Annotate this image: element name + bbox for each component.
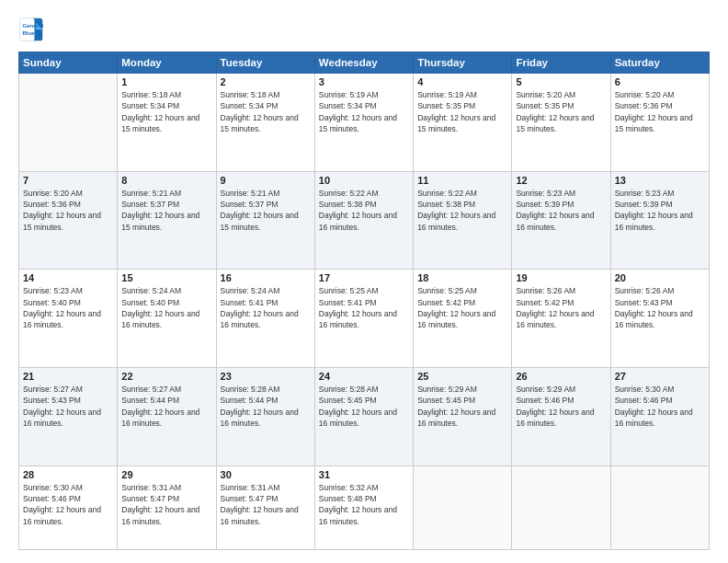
- week-row-1: 1Sunrise: 5:18 AMSunset: 5:34 PMDaylight…: [19, 74, 710, 172]
- day-info: Sunrise: 5:23 AMSunset: 5:39 PMDaylight:…: [615, 188, 705, 233]
- day-cell: 20Sunrise: 5:26 AMSunset: 5:43 PMDayligh…: [610, 270, 709, 368]
- day-number: 30: [221, 469, 311, 480]
- day-info: Sunrise: 5:26 AMSunset: 5:43 PMDaylight:…: [615, 285, 705, 330]
- day-cell: 5Sunrise: 5:20 AMSunset: 5:35 PMDaylight…: [512, 74, 610, 172]
- day-number: 4: [417, 76, 507, 87]
- day-info: Sunrise: 5:30 AMSunset: 5:46 PMDaylight:…: [615, 384, 705, 429]
- day-number: 13: [615, 175, 705, 186]
- day-cell: [19, 74, 118, 172]
- day-number: 16: [221, 272, 311, 283]
- day-number: 29: [121, 469, 211, 480]
- day-number: 23: [221, 371, 311, 382]
- day-info: Sunrise: 5:24 AMSunset: 5:40 PMDaylight:…: [121, 285, 211, 330]
- day-info: Sunrise: 5:18 AMSunset: 5:34 PMDaylight:…: [121, 89, 211, 134]
- day-cell: 15Sunrise: 5:24 AMSunset: 5:40 PMDayligh…: [118, 270, 216, 368]
- day-number: 20: [615, 272, 705, 283]
- day-info: Sunrise: 5:19 AMSunset: 5:35 PMDaylight:…: [417, 89, 507, 134]
- header: General Blue: [18, 17, 710, 42]
- weekday-header-wednesday: Wednesday: [314, 52, 413, 74]
- svg-text:Blue: Blue: [22, 29, 35, 36]
- day-cell: 28Sunrise: 5:30 AMSunset: 5:46 PMDayligh…: [19, 465, 118, 549]
- day-info: Sunrise: 5:19 AMSunset: 5:34 PMDaylight:…: [319, 89, 409, 134]
- day-info: Sunrise: 5:20 AMSunset: 5:36 PMDaylight:…: [615, 89, 705, 134]
- day-info: Sunrise: 5:23 AMSunset: 5:39 PMDaylight:…: [516, 188, 606, 233]
- day-cell: 13Sunrise: 5:23 AMSunset: 5:39 PMDayligh…: [610, 171, 709, 270]
- svg-text:General: General: [22, 22, 43, 29]
- day-number: 18: [417, 272, 507, 283]
- weekday-header-row: SundayMondayTuesdayWednesdayThursdayFrid…: [19, 52, 710, 74]
- day-info: Sunrise: 5:22 AMSunset: 5:38 PMDaylight:…: [319, 188, 409, 233]
- day-cell: 22Sunrise: 5:27 AMSunset: 5:44 PMDayligh…: [118, 367, 216, 465]
- weekday-header-saturday: Saturday: [610, 52, 709, 74]
- day-number: 22: [121, 371, 211, 382]
- weekday-header-sunday: Sunday: [19, 52, 118, 74]
- day-info: Sunrise: 5:29 AMSunset: 5:46 PMDaylight:…: [516, 384, 606, 429]
- day-number: 25: [417, 371, 507, 382]
- day-info: Sunrise: 5:20 AMSunset: 5:36 PMDaylight:…: [23, 188, 113, 233]
- day-info: Sunrise: 5:21 AMSunset: 5:37 PMDaylight:…: [121, 188, 211, 233]
- day-number: 1: [121, 76, 211, 87]
- day-info: Sunrise: 5:18 AMSunset: 5:34 PMDaylight:…: [221, 89, 311, 134]
- day-cell: 24Sunrise: 5:28 AMSunset: 5:45 PMDayligh…: [314, 367, 413, 465]
- day-cell: [414, 465, 512, 549]
- weekday-header-monday: Monday: [118, 52, 216, 74]
- day-info: Sunrise: 5:28 AMSunset: 5:44 PMDaylight:…: [221, 384, 311, 429]
- day-number: 14: [23, 272, 113, 283]
- calendar-table: SundayMondayTuesdayWednesdayThursdayFrid…: [18, 52, 710, 550]
- day-number: 9: [221, 175, 311, 186]
- day-info: Sunrise: 5:30 AMSunset: 5:46 PMDaylight:…: [23, 482, 113, 527]
- day-cell: 29Sunrise: 5:31 AMSunset: 5:47 PMDayligh…: [118, 465, 216, 549]
- day-info: Sunrise: 5:25 AMSunset: 5:42 PMDaylight:…: [417, 285, 507, 330]
- day-cell: 27Sunrise: 5:30 AMSunset: 5:46 PMDayligh…: [610, 367, 709, 465]
- week-row-3: 14Sunrise: 5:23 AMSunset: 5:40 PMDayligh…: [19, 270, 710, 368]
- day-info: Sunrise: 5:24 AMSunset: 5:41 PMDaylight:…: [221, 285, 311, 330]
- day-info: Sunrise: 5:32 AMSunset: 5:48 PMDaylight:…: [319, 482, 409, 527]
- day-number: 27: [615, 371, 705, 382]
- day-cell: 8Sunrise: 5:21 AMSunset: 5:37 PMDaylight…: [118, 171, 216, 270]
- day-number: 6: [615, 76, 705, 87]
- day-number: 12: [516, 175, 606, 186]
- day-info: Sunrise: 5:27 AMSunset: 5:43 PMDaylight:…: [23, 384, 113, 429]
- week-row-2: 7Sunrise: 5:20 AMSunset: 5:36 PMDaylight…: [19, 171, 710, 270]
- weekday-header-tuesday: Tuesday: [216, 52, 314, 74]
- weekday-header-thursday: Thursday: [414, 52, 512, 74]
- day-cell: 26Sunrise: 5:29 AMSunset: 5:46 PMDayligh…: [512, 367, 610, 465]
- day-number: 21: [23, 371, 113, 382]
- day-info: Sunrise: 5:27 AMSunset: 5:44 PMDaylight:…: [121, 384, 211, 429]
- day-number: 8: [121, 175, 211, 186]
- page: General Blue SundayMondayTuesdayWednesda…: [0, 0, 728, 563]
- day-cell: 3Sunrise: 5:19 AMSunset: 5:34 PMDaylight…: [314, 74, 413, 172]
- week-row-5: 28Sunrise: 5:30 AMSunset: 5:46 PMDayligh…: [19, 465, 710, 549]
- day-info: Sunrise: 5:25 AMSunset: 5:41 PMDaylight:…: [319, 285, 409, 330]
- day-cell: 16Sunrise: 5:24 AMSunset: 5:41 PMDayligh…: [216, 270, 314, 368]
- day-cell: 4Sunrise: 5:19 AMSunset: 5:35 PMDaylight…: [414, 74, 512, 172]
- day-info: Sunrise: 5:20 AMSunset: 5:35 PMDaylight:…: [516, 89, 606, 134]
- logo: General Blue: [18, 17, 44, 42]
- day-cell: 6Sunrise: 5:20 AMSunset: 5:36 PMDaylight…: [610, 74, 709, 172]
- day-number: 19: [516, 272, 606, 283]
- day-info: Sunrise: 5:21 AMSunset: 5:37 PMDaylight:…: [221, 188, 311, 233]
- day-cell: 19Sunrise: 5:26 AMSunset: 5:42 PMDayligh…: [512, 270, 610, 368]
- weekday-header-friday: Friday: [512, 52, 610, 74]
- day-cell: 25Sunrise: 5:29 AMSunset: 5:45 PMDayligh…: [414, 367, 512, 465]
- day-cell: 1Sunrise: 5:18 AMSunset: 5:34 PMDaylight…: [118, 74, 216, 172]
- day-number: 17: [319, 272, 409, 283]
- day-info: Sunrise: 5:29 AMSunset: 5:45 PMDaylight:…: [417, 384, 507, 429]
- logo-icon: General Blue: [18, 17, 44, 42]
- day-number: 31: [319, 469, 409, 480]
- day-cell: 10Sunrise: 5:22 AMSunset: 5:38 PMDayligh…: [314, 171, 413, 270]
- day-number: 11: [417, 175, 507, 186]
- day-number: 3: [319, 76, 409, 87]
- day-cell: 23Sunrise: 5:28 AMSunset: 5:44 PMDayligh…: [216, 367, 314, 465]
- day-info: Sunrise: 5:28 AMSunset: 5:45 PMDaylight:…: [319, 384, 409, 429]
- day-cell: 7Sunrise: 5:20 AMSunset: 5:36 PMDaylight…: [19, 171, 118, 270]
- day-cell: 18Sunrise: 5:25 AMSunset: 5:42 PMDayligh…: [414, 270, 512, 368]
- day-info: Sunrise: 5:31 AMSunset: 5:47 PMDaylight:…: [221, 482, 311, 527]
- day-cell: 30Sunrise: 5:31 AMSunset: 5:47 PMDayligh…: [216, 465, 314, 549]
- week-row-4: 21Sunrise: 5:27 AMSunset: 5:43 PMDayligh…: [19, 367, 710, 465]
- day-cell: 17Sunrise: 5:25 AMSunset: 5:41 PMDayligh…: [314, 270, 413, 368]
- day-info: Sunrise: 5:31 AMSunset: 5:47 PMDaylight:…: [121, 482, 211, 527]
- day-number: 5: [516, 76, 606, 87]
- day-cell: 14Sunrise: 5:23 AMSunset: 5:40 PMDayligh…: [19, 270, 118, 368]
- day-cell: 2Sunrise: 5:18 AMSunset: 5:34 PMDaylight…: [216, 74, 314, 172]
